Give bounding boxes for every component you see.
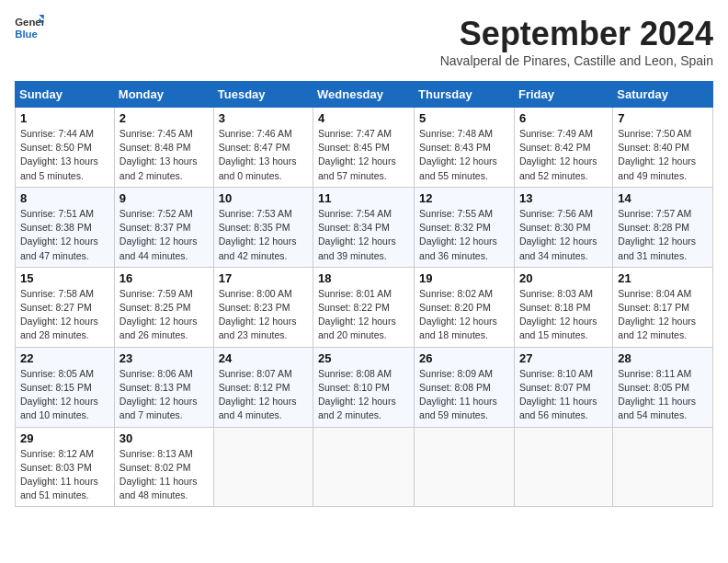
calendar-cell: 18Sunrise: 8:01 AM Sunset: 8:22 PM Dayli… [313,267,415,347]
day-number: 19 [419,271,509,285]
calendar-cell: 14Sunrise: 7:57 AM Sunset: 8:28 PM Dayli… [613,187,713,267]
calendar-cell: 7Sunrise: 7:50 AM Sunset: 8:40 PM Daylig… [613,108,713,188]
day-number: 28 [618,351,708,365]
day-number: 29 [20,431,109,445]
calendar-cell: 9Sunrise: 7:52 AM Sunset: 8:37 PM Daylig… [114,187,213,267]
calendar-cell [313,427,415,507]
calendar-cell: 26Sunrise: 8:09 AM Sunset: 8:08 PM Dayli… [415,347,515,427]
weekday-header: Saturday [613,82,713,108]
logo: General Blue [15,15,46,40]
day-info: Sunrise: 8:02 AM Sunset: 8:20 PM Dayligh… [419,287,509,343]
calendar-cell: 24Sunrise: 8:07 AM Sunset: 8:12 PM Dayli… [213,347,313,427]
svg-text:Blue: Blue [15,29,38,40]
calendar-cell: 10Sunrise: 7:53 AM Sunset: 8:35 PM Dayli… [213,187,313,267]
calendar-cell: 29Sunrise: 8:12 AM Sunset: 8:03 PM Dayli… [16,427,115,507]
calendar-cell: 20Sunrise: 8:03 AM Sunset: 8:18 PM Dayli… [514,267,612,347]
calendar-cell [213,427,313,507]
calendar-cell [514,427,612,507]
day-number: 7 [618,111,708,125]
day-info: Sunrise: 7:53 AM Sunset: 8:35 PM Dayligh… [219,207,308,263]
calendar-cell: 3Sunrise: 7:46 AM Sunset: 8:47 PM Daylig… [213,108,313,188]
day-info: Sunrise: 8:01 AM Sunset: 8:22 PM Dayligh… [318,287,409,343]
day-number: 2 [119,111,209,125]
calendar-cell: 22Sunrise: 8:05 AM Sunset: 8:15 PM Dayli… [16,347,115,427]
day-info: Sunrise: 8:04 AM Sunset: 8:17 PM Dayligh… [618,287,708,343]
day-number: 13 [519,191,608,205]
day-info: Sunrise: 8:00 AM Sunset: 8:23 PM Dayligh… [219,287,308,343]
calendar-cell: 23Sunrise: 8:06 AM Sunset: 8:13 PM Dayli… [114,347,213,427]
calendar-table: SundayMondayTuesdayWednesdayThursdayFrid… [15,81,713,507]
day-number: 20 [519,271,608,285]
day-number: 26 [419,351,509,365]
calendar-cell: 11Sunrise: 7:54 AM Sunset: 8:34 PM Dayli… [313,187,415,267]
calendar-cell: 2Sunrise: 7:45 AM Sunset: 8:48 PM Daylig… [114,108,213,188]
day-number: 4 [318,111,409,125]
day-number: 15 [20,271,109,285]
day-info: Sunrise: 7:45 AM Sunset: 8:48 PM Dayligh… [119,127,209,183]
weekday-header: Wednesday [313,82,415,108]
day-number: 21 [618,271,708,285]
day-info: Sunrise: 7:56 AM Sunset: 8:30 PM Dayligh… [519,207,608,263]
day-info: Sunrise: 7:54 AM Sunset: 8:34 PM Dayligh… [318,207,409,263]
day-info: Sunrise: 8:03 AM Sunset: 8:18 PM Dayligh… [519,287,608,343]
day-info: Sunrise: 8:08 AM Sunset: 8:10 PM Dayligh… [318,367,409,423]
day-info: Sunrise: 7:46 AM Sunset: 8:47 PM Dayligh… [219,127,308,183]
day-number: 27 [519,351,608,365]
calendar-cell: 12Sunrise: 7:55 AM Sunset: 8:32 PM Dayli… [415,187,515,267]
day-number: 10 [219,191,308,205]
day-info: Sunrise: 7:58 AM Sunset: 8:27 PM Dayligh… [20,287,109,343]
day-number: 14 [618,191,708,205]
logo-icon: General Blue [15,15,44,40]
calendar-cell: 15Sunrise: 7:58 AM Sunset: 8:27 PM Dayli… [16,267,115,347]
calendar-cell: 1Sunrise: 7:44 AM Sunset: 8:50 PM Daylig… [16,108,115,188]
day-number: 6 [519,111,608,125]
calendar-cell: 30Sunrise: 8:13 AM Sunset: 8:02 PM Dayli… [114,427,213,507]
weekday-header: Sunday [16,82,115,108]
day-number: 24 [219,351,308,365]
day-info: Sunrise: 7:50 AM Sunset: 8:40 PM Dayligh… [618,127,708,183]
day-number: 12 [419,191,509,205]
day-info: Sunrise: 7:49 AM Sunset: 8:42 PM Dayligh… [519,127,608,183]
calendar-cell: 5Sunrise: 7:48 AM Sunset: 8:43 PM Daylig… [415,108,515,188]
day-number: 25 [318,351,409,365]
day-number: 9 [119,191,209,205]
day-info: Sunrise: 7:59 AM Sunset: 8:25 PM Dayligh… [119,287,209,343]
calendar-cell [613,427,713,507]
day-info: Sunrise: 7:55 AM Sunset: 8:32 PM Dayligh… [419,207,509,263]
weekday-header: Tuesday [213,82,313,108]
calendar-cell [415,427,515,507]
location-subtitle: Navalperal de Pinares, Castille and Leon… [440,53,713,68]
day-info: Sunrise: 7:51 AM Sunset: 8:38 PM Dayligh… [20,207,109,263]
day-number: 3 [219,111,308,125]
calendar-cell: 8Sunrise: 7:51 AM Sunset: 8:38 PM Daylig… [16,187,115,267]
calendar-cell: 4Sunrise: 7:47 AM Sunset: 8:45 PM Daylig… [313,108,415,188]
weekday-header: Thursday [415,82,515,108]
day-info: Sunrise: 7:44 AM Sunset: 8:50 PM Dayligh… [20,127,109,183]
calendar-cell: 13Sunrise: 7:56 AM Sunset: 8:30 PM Dayli… [514,187,612,267]
day-info: Sunrise: 7:52 AM Sunset: 8:37 PM Dayligh… [119,207,209,263]
day-number: 8 [20,191,109,205]
calendar-cell: 28Sunrise: 8:11 AM Sunset: 8:05 PM Dayli… [613,347,713,427]
calendar-cell: 19Sunrise: 8:02 AM Sunset: 8:20 PM Dayli… [415,267,515,347]
day-number: 30 [119,431,209,445]
day-number: 18 [318,271,409,285]
day-info: Sunrise: 8:09 AM Sunset: 8:08 PM Dayligh… [419,367,509,423]
day-info: Sunrise: 8:10 AM Sunset: 8:07 PM Dayligh… [519,367,608,423]
day-info: Sunrise: 7:57 AM Sunset: 8:28 PM Dayligh… [618,207,708,263]
day-info: Sunrise: 8:13 AM Sunset: 8:02 PM Dayligh… [119,447,209,503]
calendar-cell: 25Sunrise: 8:08 AM Sunset: 8:10 PM Dayli… [313,347,415,427]
day-number: 11 [318,191,409,205]
calendar-cell: 17Sunrise: 8:00 AM Sunset: 8:23 PM Dayli… [213,267,313,347]
day-info: Sunrise: 7:48 AM Sunset: 8:43 PM Dayligh… [419,127,509,183]
day-info: Sunrise: 7:47 AM Sunset: 8:45 PM Dayligh… [318,127,409,183]
day-info: Sunrise: 8:12 AM Sunset: 8:03 PM Dayligh… [20,447,109,503]
month-title: September 2024 [440,15,713,53]
calendar-cell: 21Sunrise: 8:04 AM Sunset: 8:17 PM Dayli… [613,267,713,347]
calendar-cell: 27Sunrise: 8:10 AM Sunset: 8:07 PM Dayli… [514,347,612,427]
weekday-header: Monday [114,82,213,108]
weekday-header: Friday [514,82,612,108]
day-info: Sunrise: 8:06 AM Sunset: 8:13 PM Dayligh… [119,367,209,423]
calendar-cell: 6Sunrise: 7:49 AM Sunset: 8:42 PM Daylig… [514,108,612,188]
day-number: 23 [119,351,209,365]
day-number: 5 [419,111,509,125]
